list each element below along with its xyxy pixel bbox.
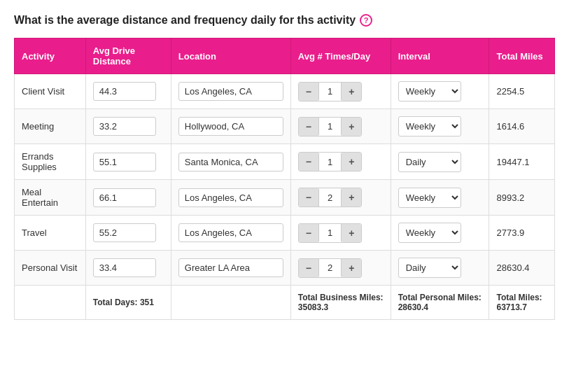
col-total-miles: Total Miles <box>489 38 555 74</box>
activity-cell: Personal Visit <box>15 251 86 286</box>
stepper-plus-button[interactable]: + <box>342 188 361 206</box>
activity-cell: Client Visit <box>15 74 86 109</box>
location-cell <box>171 109 290 144</box>
col-activity: Activity <box>15 38 86 74</box>
stepper-plus-button[interactable]: + <box>342 224 361 242</box>
stepper: −2+ <box>298 188 363 207</box>
interval-select[interactable]: DailyWeeklyMonthly <box>398 116 461 136</box>
stepper-value: 1 <box>318 118 342 135</box>
times-day-cell: −1+ <box>290 144 391 180</box>
total-miles-cell: 19447.1 <box>489 144 555 180</box>
avg-drive-input[interactable] <box>93 82 156 101</box>
stepper-minus-button[interactable]: − <box>299 83 318 101</box>
avg-drive-cell <box>85 180 171 216</box>
footer-business-miles: Total Business Miles: 35083.3 <box>290 286 391 320</box>
location-input[interactable] <box>178 82 283 101</box>
avg-drive-cell <box>85 144 171 180</box>
table-header: Activity Avg Drive Distance Location Avg… <box>15 38 555 74</box>
col-avg-times: Avg # Times/Day <box>290 38 391 74</box>
stepper-minus-button[interactable]: − <box>299 188 318 206</box>
interval-select[interactable]: DailyWeeklyMonthly <box>398 258 461 278</box>
interval-select[interactable]: DailyWeeklyMonthly <box>398 152 461 172</box>
stepper-minus-button[interactable]: − <box>299 118 318 136</box>
total-miles-cell: 8993.2 <box>489 180 555 216</box>
times-day-cell: −1+ <box>290 74 391 109</box>
page-title: What is the average distance and frequen… <box>14 14 555 27</box>
help-icon[interactable]: ? <box>360 14 372 27</box>
activity-table: Activity Avg Drive Distance Location Avg… <box>14 38 555 320</box>
table-footer: Total Days: 351 Total Business Miles: 35… <box>15 286 555 320</box>
times-day-cell: −1+ <box>290 216 391 251</box>
stepper-value: 2 <box>318 189 342 206</box>
location-cell <box>171 251 290 286</box>
footer-row: Total Days: 351 Total Business Miles: 35… <box>15 286 555 320</box>
stepper-value: 1 <box>318 153 342 171</box>
avg-drive-input[interactable] <box>93 258 156 277</box>
stepper-value: 1 <box>318 224 342 241</box>
times-day-cell: −1+ <box>290 109 391 144</box>
avg-drive-input[interactable] <box>93 153 156 172</box>
table-row: Personal Visit−2+DailyWeeklyMonthly28630… <box>15 251 555 286</box>
location-cell <box>171 216 290 251</box>
location-input[interactable] <box>178 258 283 277</box>
stepper-plus-button[interactable]: + <box>342 118 361 136</box>
interval-cell: DailyWeeklyMonthly <box>391 216 489 251</box>
stepper-value: 1 <box>318 83 342 100</box>
interval-select[interactable]: DailyWeeklyMonthly <box>398 81 461 102</box>
table-row: Meal Entertain−2+DailyWeeklyMonthly8993.… <box>15 180 555 216</box>
footer-col3 <box>171 286 290 320</box>
stepper-minus-button[interactable]: − <box>299 224 318 242</box>
avg-drive-cell <box>85 109 171 144</box>
location-input[interactable] <box>178 117 283 136</box>
interval-cell: DailyWeeklyMonthly <box>391 180 489 216</box>
table-row: Meeting−1+DailyWeeklyMonthly1614.6 <box>15 109 555 144</box>
stepper: −1+ <box>298 117 363 136</box>
table-row: Errands Supplies−1+DailyWeeklyMonthly194… <box>15 144 555 180</box>
col-interval: Interval <box>391 38 489 74</box>
stepper: −1+ <box>298 82 363 102</box>
stepper: −2+ <box>298 258 363 278</box>
col-avg-drive: Avg Drive Distance <box>85 38 171 74</box>
stepper-value: 2 <box>318 259 342 276</box>
table-row: Travel−1+DailyWeeklyMonthly2773.9 <box>15 216 555 251</box>
activity-cell: Meal Entertain <box>15 180 86 216</box>
interval-cell: DailyWeeklyMonthly <box>391 144 489 180</box>
interval-cell: DailyWeeklyMonthly <box>391 109 489 144</box>
total-miles-cell: 1614.6 <box>489 109 555 144</box>
activity-cell: Errands Supplies <box>15 144 86 180</box>
avg-drive-input[interactable] <box>93 188 156 207</box>
footer-personal-miles: Total Personal Miles: 28630.4 <box>391 286 489 320</box>
interval-select[interactable]: DailyWeeklyMonthly <box>398 223 461 243</box>
footer-col1 <box>15 286 86 320</box>
total-miles-cell: 28630.4 <box>489 251 555 286</box>
footer-total-miles: Total Miles: 63713.7 <box>489 286 555 320</box>
times-day-cell: −2+ <box>290 180 391 216</box>
stepper-plus-button[interactable]: + <box>342 153 361 171</box>
table-row: Client Visit−1+DailyWeeklyMonthly2254.5 <box>15 74 555 109</box>
stepper: −1+ <box>298 152 363 172</box>
activity-cell: Travel <box>15 216 86 251</box>
total-miles-cell: 2773.9 <box>489 216 555 251</box>
stepper-minus-button[interactable]: − <box>299 259 318 277</box>
avg-drive-input[interactable] <box>93 223 156 242</box>
location-cell <box>171 180 290 216</box>
interval-cell: DailyWeeklyMonthly <box>391 251 489 286</box>
stepper: −1+ <box>298 223 363 243</box>
location-cell <box>171 74 290 109</box>
activity-cell: Meeting <box>15 109 86 144</box>
interval-select[interactable]: DailyWeeklyMonthly <box>398 188 461 208</box>
location-cell <box>171 144 290 180</box>
location-input[interactable] <box>178 223 283 242</box>
stepper-plus-button[interactable]: + <box>342 83 361 101</box>
stepper-plus-button[interactable]: + <box>342 259 361 277</box>
table-body: Client Visit−1+DailyWeeklyMonthly2254.5M… <box>15 74 555 286</box>
location-input[interactable] <box>178 188 283 207</box>
stepper-minus-button[interactable]: − <box>299 153 318 171</box>
avg-drive-input[interactable] <box>93 117 156 136</box>
avg-drive-cell <box>85 216 171 251</box>
location-input[interactable] <box>178 153 283 172</box>
total-miles-cell: 2254.5 <box>489 74 555 109</box>
col-location: Location <box>171 38 290 74</box>
footer-total-days: Total Days: 351 <box>85 286 171 320</box>
times-day-cell: −2+ <box>290 251 391 286</box>
